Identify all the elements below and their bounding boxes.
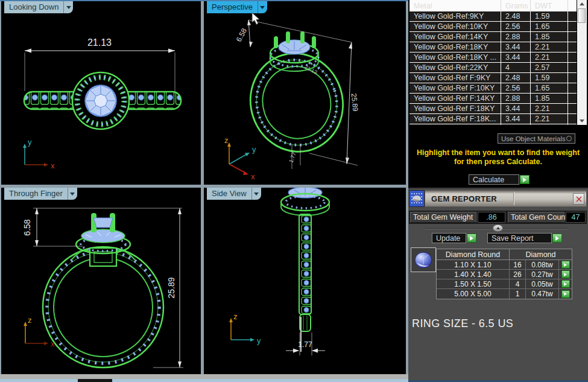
axis-x-label: x: [51, 339, 55, 348]
axis-z-label: z: [224, 136, 229, 145]
gem-row[interactable]: 5.00 X 5.0010.47tw: [437, 289, 572, 299]
grams-value: 3.44: [501, 114, 531, 124]
metal-row[interactable]: Yellow Gold-Ref F:10KY2.561.65: [409, 83, 577, 94]
dwt-value: 1.85: [531, 32, 568, 42]
viewport-tab-side-view[interactable]: Side View: [207, 188, 261, 200]
total-gem-weight-label: Total Gem Weight: [410, 212, 476, 223]
empty-cell: [568, 104, 577, 113]
collapse-button[interactable]: [493, 224, 503, 232]
viewport-menu-arrow[interactable]: [63, 1, 73, 13]
grams-value: 2.48: [501, 11, 531, 21]
use-object-materials-toggle[interactable]: Use Object Materials: [498, 133, 575, 144]
empty-cell: [568, 32, 577, 42]
gem-row[interactable]: 1.50 X 1.5040.05tw: [437, 279, 572, 289]
gem-table-header: Diamond Round Diamond: [437, 249, 572, 260]
metal-row[interactable]: Yellow Gold-Ref:18KY3.442.21: [409, 42, 577, 53]
metal-row[interactable]: Yellow Gold-Ref:10KY2.561.65: [409, 22, 577, 32]
metal-column-header: Metal: [409, 0, 501, 11]
metal-row[interactable]: Yellow Gold-Ref:18KY ...3.442.21: [409, 53, 577, 63]
dimension-head-label: 6.58: [22, 219, 32, 235]
metal-row[interactable]: Yellow Gold-Ref F:22KY42.57: [409, 124, 577, 125]
viewport-perspective[interactable]: 6.58 25.89 21.13 1.77 z y x Per: [204, 1, 406, 185]
grams-value: 4: [501, 63, 531, 72]
metal-name: Yellow Gold-Ref F:14KY: [409, 94, 501, 103]
ring-size-label: RING SIZE - 6.5 US: [412, 317, 513, 330]
close-button[interactable]: [573, 193, 584, 205]
dwt-value: 1.59: [531, 73, 568, 83]
dwt-value: 2.57: [531, 63, 568, 72]
viewport-tab-looking-down[interactable]: Looking Down: [4, 1, 73, 13]
viewport-through-finger[interactable]: 6.58 25.89 z x: [1, 188, 201, 374]
empty-cell: [568, 83, 577, 93]
axis-y-label: y: [252, 145, 256, 154]
gem-size: 1.10 X 1.10: [437, 260, 510, 269]
viewport-grid: 21.13 y x Looking Down: [0, 0, 408, 382]
dwt-value: 2.21: [531, 53, 568, 62]
play-icon: [564, 273, 567, 276]
matrix-jewelry-cad-window: 21.13 y x Looking Down: [0, 0, 588, 382]
viewport-menu-arrow[interactable]: [251, 188, 261, 200]
gem-count: 26: [510, 270, 526, 279]
calculate-go-button[interactable]: [520, 175, 530, 184]
play-icon: [564, 282, 567, 286]
play-icon: [523, 177, 526, 182]
gem-row-go-button[interactable]: [561, 290, 570, 298]
viewport-tab-label: Looking Down: [4, 1, 63, 13]
use-object-materials-label: Use Object Materials: [501, 135, 566, 142]
scroll-up-icon[interactable]: [577, 0, 587, 8]
metal-name: Yellow Gold-Ref:9KY: [409, 11, 501, 21]
status-bar-strip: [0, 374, 408, 379]
metal-row[interactable]: Yellow Gold-Ref:14KY2.881.85: [409, 32, 577, 42]
metal-row[interactable]: Yellow Gold-Ref F:18KY3.442.21: [409, 104, 577, 114]
viewport-side-view[interactable]: 1.77 z y Side View: [204, 188, 406, 374]
axis-x-label: x: [51, 161, 55, 170]
gem-count: 4: [510, 279, 526, 288]
scroll-down-icon[interactable]: [577, 117, 587, 125]
metal-row[interactable]: Yellow Gold-Ref F:9KY2.481.59: [409, 73, 577, 83]
save-report-button[interactable]: Save Report: [487, 233, 552, 243]
save-report-go-button[interactable]: [552, 234, 562, 243]
toggle-indicator-icon: [566, 136, 572, 141]
gem-row[interactable]: 1.40 X 1.40260.27tw: [437, 270, 572, 279]
play-icon: [470, 236, 473, 241]
metal-row[interactable]: Yellow Gold-Ref:22KY42.57: [409, 63, 577, 73]
dimension-head-label: 6.58: [235, 27, 248, 43]
metal-row[interactable]: Yellow Gold-Ref F:18K...3.442.21: [409, 114, 577, 124]
gem-row-go-button[interactable]: [561, 270, 570, 278]
viewport-menu-arrow[interactable]: [258, 1, 267, 13]
metal-row[interactable]: Yellow Gold-Ref F:14KY2.881.85: [409, 94, 577, 104]
gem-size: 1.50 X 1.50: [437, 279, 510, 288]
gem-row-go-button[interactable]: [561, 280, 570, 288]
gem-row-go-button[interactable]: [561, 261, 570, 269]
empty-cell: [568, 94, 577, 103]
metal-row[interactable]: Yellow Gold-Ref:9KY2.481.59: [409, 11, 577, 22]
viewport-looking-down[interactable]: 21.13 y x Looking Down: [1, 1, 201, 185]
total-gem-weight-value: .86: [478, 212, 505, 223]
viewport-menu-arrow[interactable]: [68, 188, 77, 200]
scrollbar-thumb[interactable]: [578, 8, 586, 23]
empty-cell: [568, 73, 577, 83]
gem-table-body: 1.10 X 1.10160.08tw1.40 X 1.40260.27tw1.…: [437, 260, 572, 299]
update-go-button[interactable]: [467, 234, 476, 243]
gem-row[interactable]: 1.10 X 1.10160.08tw: [437, 260, 572, 270]
metal-name: Yellow Gold-Ref F:9KY: [409, 73, 501, 83]
metal-table-scrollbar[interactable]: [577, 0, 587, 125]
empty-cell: [568, 53, 577, 62]
viewport-tab-through-finger[interactable]: Through Finger: [4, 188, 77, 200]
play-icon: [564, 263, 567, 267]
calculate-label: Calculate: [473, 176, 504, 184]
update-button[interactable]: Update: [432, 233, 466, 243]
empty-cell: [568, 42, 577, 52]
dimension-outer-label: 25.89: [349, 93, 359, 112]
calculate-button[interactable]: Calculate: [469, 174, 519, 185]
play-icon: [555, 236, 559, 241]
viewport-tab-label: Perspective: [207, 1, 258, 13]
chevron-down-icon: [254, 193, 259, 196]
metal-name: Yellow Gold-Ref:18KY ...: [409, 53, 501, 62]
gem-reporter-title: GEM REPORTER: [425, 194, 497, 203]
viewport-tab-perspective[interactable]: Perspective: [207, 1, 267, 13]
dwt-value: 2.21: [531, 114, 568, 124]
empty-cell: [568, 124, 577, 125]
dimension-outer-label: 25.89: [166, 277, 176, 298]
chevron-down-icon: [66, 6, 71, 9]
